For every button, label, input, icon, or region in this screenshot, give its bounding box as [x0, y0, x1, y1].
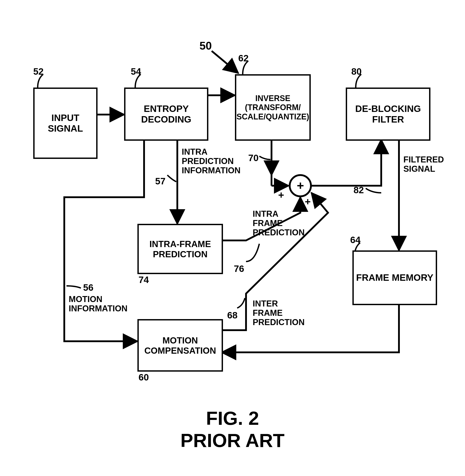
block-inverse-label: INVERSE (TRANSFORM/ SCALE/QUANTIZE): [236, 94, 309, 121]
block-fm-label: FRAME MEMORY: [356, 272, 433, 283]
diagram-canvas: INPUT SIGNAL 52 ENTROPY DECODING 54 INVE…: [0, 0, 465, 476]
ref-76: 76: [234, 264, 244, 274]
wiring-layer: [0, 0, 465, 476]
ref-56: 56: [83, 283, 94, 293]
label-inter-frame-pred: INTER FRAME PREDICTION: [253, 299, 305, 327]
block-deblock-label: DE-BLOCKING FILTER: [347, 104, 429, 125]
block-frame-memory: FRAME MEMORY: [352, 250, 437, 305]
ref-50-arrow: [212, 51, 238, 73]
ref-82: 82: [354, 185, 364, 195]
block-deblock: DE-BLOCKING FILTER: [346, 87, 430, 141]
block-input-signal-label: INPUT SIGNAL: [35, 113, 96, 134]
ref-64: 64: [350, 235, 361, 245]
label-filtered: FILTERED SIGNAL: [403, 155, 444, 174]
block-intra: INTRA-FRAME PREDICTION: [137, 224, 223, 274]
figure-caption-2: PRIOR ART: [0, 430, 465, 451]
ref-74: 74: [138, 275, 149, 285]
ref-52: 52: [33, 66, 44, 77]
adder-plus-left: +: [278, 190, 284, 201]
ref-80: 80: [351, 66, 362, 77]
ref-57: 57: [155, 176, 166, 186]
ref-50: 50: [200, 40, 212, 52]
block-input-signal: INPUT SIGNAL: [33, 87, 97, 159]
block-intra-label: INTRA-FRAME PREDICTION: [139, 239, 222, 259]
label-intra-pred-info: INTRA PREDICTION INFORMATION: [182, 147, 241, 175]
block-inverse: INVERSE (TRANSFORM/ SCALE/QUANTIZE): [235, 74, 311, 141]
block-entropy: ENTROPY DECODING: [124, 87, 208, 141]
ref-68: 68: [227, 310, 238, 320]
ref-70: 70: [248, 153, 259, 163]
block-entropy-label: ENTROPY DECODING: [126, 104, 207, 125]
label-motion-info: MOTION INFORMATION: [69, 295, 127, 313]
ref-62: 62: [238, 53, 249, 63]
adder-plus-bottom: +: [305, 196, 311, 207]
sig-inverse-stub: [272, 175, 289, 186]
sig-adder-to-deblock: [311, 140, 381, 186]
ref-60: 60: [138, 372, 149, 382]
block-mc-label: MOTION COMPENSATION: [139, 335, 222, 356]
svg-line-0: [212, 51, 238, 73]
ref-54: 54: [131, 66, 141, 77]
figure-caption-1: FIG. 2: [0, 408, 465, 429]
adder-plus-center: +: [297, 179, 304, 192]
block-motion-comp: MOTION COMPENSATION: [137, 319, 223, 372]
sig-framemem-to-mc: [222, 304, 399, 352]
label-intra-frame-pred: INTRA FRAME PREDICTION: [253, 209, 305, 237]
